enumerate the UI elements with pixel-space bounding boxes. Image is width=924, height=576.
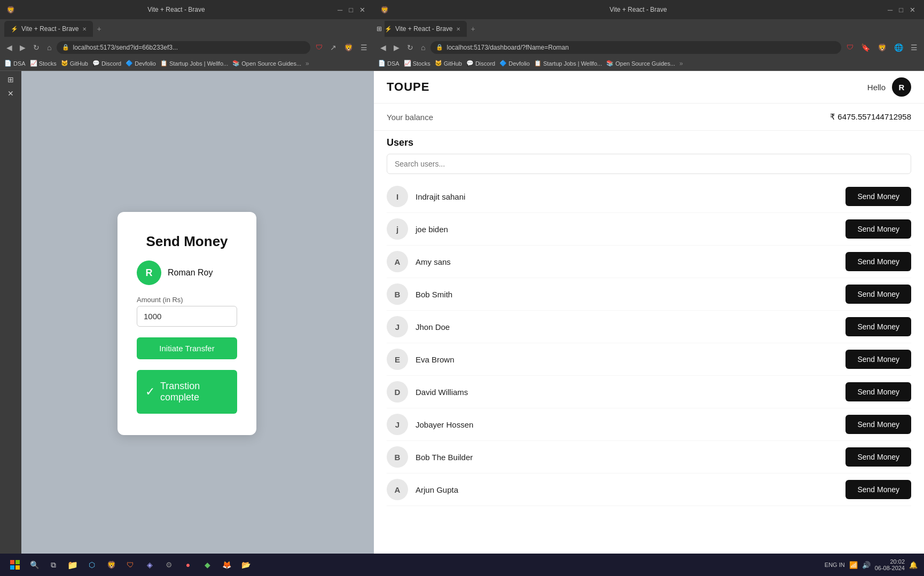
right-tab-close[interactable]: ✕ [456, 26, 460, 32]
bookmark-devfolio-right[interactable]: 🔷 Devfolio [499, 60, 530, 67]
more-bookmarks-left[interactable]: » [306, 60, 309, 67]
header-user-avatar: R [892, 77, 911, 97]
app12-btn[interactable]: 📂 [237, 556, 254, 573]
reload-btn-right[interactable]: ↻ [405, 42, 416, 53]
right-sidebar-toggle[interactable]: ⊞ [374, 19, 385, 38]
explorer-btn[interactable]: 📁 [64, 556, 81, 573]
right-close-btn[interactable]: ✕ [907, 6, 918, 14]
app8-btn[interactable]: ⚙ [160, 556, 177, 573]
new-tab-btn-left[interactable]: + [97, 25, 101, 33]
shield-taskbar-btn[interactable]: 🛡 [122, 556, 139, 573]
list-item: D David Williams Send Money [387, 376, 911, 408]
home-btn-left[interactable]: ⌂ [45, 42, 53, 53]
search-taskbar-btn[interactable]: 🔍 [26, 556, 43, 573]
send-money-btn-5[interactable]: Send Money [845, 350, 911, 369]
left-close-btn[interactable]: ✕ [357, 6, 367, 14]
vscode-btn[interactable]: ⬡ [83, 556, 100, 573]
send-money-btn-8[interactable]: Send Money [845, 447, 911, 467]
left-active-tab[interactable]: ⚡ Vite + React - Brave ✕ [4, 21, 93, 37]
bookmark-devfolio-left[interactable]: 🔷 Devfolio [126, 60, 156, 67]
right-active-tab[interactable]: ⚡ Vite + React - Brave ✕ [378, 21, 467, 37]
share-btn-left[interactable]: ↗ [328, 42, 339, 53]
bookmark-startup-left[interactable]: 📋 Startup Jobs | Wellfo... [160, 60, 228, 67]
bookmark-dsa-right[interactable]: 📄 DSA [378, 60, 400, 67]
app11-btn[interactable]: 🦊 [218, 556, 235, 573]
check-icon: ✓ [145, 385, 155, 399]
bookmark-startup-right[interactable]: 📋 Startup Jobs | Wellfo... [534, 60, 602, 67]
right-bookmarks-bar: 📄 DSA 📈 Stocks 🐱 GitHub 💬 Discord 🔷 Devf… [374, 56, 924, 71]
vpn-btn-right[interactable]: 🌐 [892, 42, 905, 53]
start-btn[interactable] [6, 556, 24, 573]
left-address-bar[interactable]: 🔒 localhost:5173/send?id=66b233ef3... [57, 41, 310, 54]
user-avatar-5: E [387, 349, 408, 370]
new-tab-btn-right[interactable]: + [471, 25, 475, 33]
user-name-4: Jhon Doe [416, 322, 450, 332]
brave-rewards-left[interactable]: 🦁 [342, 42, 355, 53]
amount-input[interactable] [137, 306, 237, 327]
notification-icon[interactable]: 🔔 [909, 561, 918, 569]
reload-btn-left[interactable]: ↻ [31, 42, 42, 53]
search-users-input[interactable] [387, 154, 911, 174]
app9-btn[interactable]: ● [179, 556, 197, 573]
right-maximize-btn[interactable]: □ [897, 6, 905, 14]
users-section: Users I Indrajit sahani Send Money j joe… [374, 131, 924, 576]
menu-btn-right[interactable]: ☰ [909, 42, 920, 53]
list-item: J Jobayer Hossen Send Money [387, 408, 911, 441]
initiate-transfer-btn[interactable]: Initiate Transfer [137, 337, 237, 359]
amount-label: Amount (in Rs) [137, 296, 237, 304]
brave-shield-right[interactable]: 🛡 [844, 42, 856, 52]
left-window-title: Vite + React - Brave [21, 6, 331, 13]
users-title: Users [387, 137, 911, 148]
bookmark-opensource-left[interactable]: 📚 Open Source Guides... [232, 60, 301, 67]
send-money-btn-0[interactable]: Send Money [845, 187, 911, 206]
hello-label: Hello [867, 83, 886, 92]
user-name-8: Bob The Builder [416, 453, 473, 462]
right-minimize-btn[interactable]: ─ [886, 6, 895, 14]
bookmark-btn-right[interactable]: 🔖 [859, 42, 872, 53]
send-money-btn-2[interactable]: Send Money [845, 252, 911, 271]
send-money-btn-3[interactable]: Send Money [845, 285, 911, 304]
bookmark-discord-left[interactable]: 💬 Discord [92, 60, 121, 67]
brave-taskbar-btn[interactable]: 🦁 [103, 556, 120, 573]
back-btn-left[interactable]: ◀ [4, 42, 14, 53]
taskview-btn[interactable]: ⧉ [45, 556, 62, 573]
forward-btn-left[interactable]: ▶ [18, 42, 28, 53]
left-minimize-btn[interactable]: ─ [335, 6, 344, 14]
bookmark-dsa-left[interactable]: 📄 DSA [4, 60, 26, 67]
right-address-bar[interactable]: 🔒 localhost:5173/dashboard/?fName=Roman [430, 41, 841, 54]
bookmark-discord-right[interactable]: 💬 Discord [466, 60, 495, 67]
sidebar-layout-icon[interactable]: ⊞ [7, 75, 14, 84]
bookmark-stocks-left[interactable]: 📈 Stocks [30, 60, 57, 67]
bookmark-github-right[interactable]: 🐱 GitHub [435, 60, 462, 67]
balance-amount: ₹ 6475.557144712958 [830, 112, 911, 122]
forward-btn-right[interactable]: ▶ [391, 42, 402, 53]
home-btn-right[interactable]: ⌂ [419, 42, 427, 53]
send-money-btn-1[interactable]: Send Money [845, 219, 911, 239]
left-maximize-btn[interactable]: □ [347, 6, 355, 14]
back-btn-right[interactable]: ◀ [378, 42, 388, 53]
app-logo: TOUPE [387, 80, 429, 94]
brave-rewards-right[interactable]: 🦁 [875, 42, 889, 53]
bookmark-opensource-right[interactable]: 📚 Open Source Guides... [606, 60, 675, 67]
sidebar-close-icon[interactable]: ✕ [7, 89, 14, 98]
right-tab-label: Vite + React - Brave [395, 25, 453, 33]
left-address-text: localhost:5173/send?id=66b233ef3... [73, 44, 178, 51]
user-avatar-3: B [387, 283, 408, 305]
card-user-avatar: R [137, 261, 161, 285]
send-money-btn-7[interactable]: Send Money [845, 415, 911, 434]
send-money-btn-4[interactable]: Send Money [845, 317, 911, 336]
bookmark-github-left[interactable]: 🐱 GitHub [61, 60, 88, 67]
svg-rect-0 [10, 560, 14, 564]
tab-favicon-right: ⚡ [385, 26, 392, 33]
app7-btn[interactable]: ◈ [141, 556, 158, 573]
app10-btn[interactable]: ◆ [199, 556, 216, 573]
left-tab-close[interactable]: ✕ [82, 26, 87, 32]
send-money-btn-6[interactable]: Send Money [845, 382, 911, 401]
bookmark-stocks-right[interactable]: 📈 Stocks [404, 60, 430, 67]
list-item: J Jhon Doe Send Money [387, 311, 911, 343]
more-bookmarks-right[interactable]: » [679, 60, 683, 67]
user-name-1: joe biden [416, 225, 448, 234]
send-money-btn-9[interactable]: Send Money [845, 480, 911, 499]
menu-btn-left[interactable]: ☰ [358, 42, 370, 53]
brave-shield-left[interactable]: 🛡 [314, 42, 325, 52]
